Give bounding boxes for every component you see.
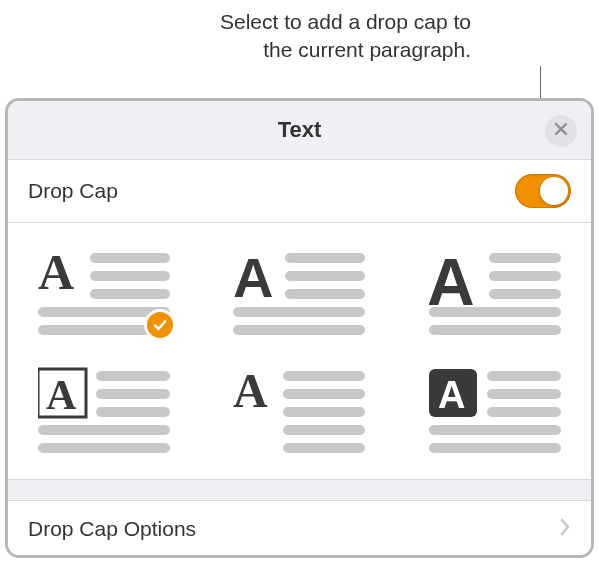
dropcap-preview-icon: A <box>233 249 365 335</box>
svg-rect-1 <box>90 253 170 263</box>
svg-rect-34 <box>487 389 561 399</box>
style-margin-serif[interactable]: A <box>226 365 374 455</box>
close-button[interactable] <box>545 115 577 147</box>
selected-checkmark-badge <box>144 309 176 341</box>
drop-cap-options-row[interactable]: Drop Cap Options <box>8 500 591 558</box>
svg-rect-2 <box>90 271 170 281</box>
dropcap-preview-icon: A <box>233 367 365 453</box>
svg-rect-23 <box>38 425 170 435</box>
svg-rect-22 <box>96 407 170 417</box>
svg-rect-35 <box>487 407 561 417</box>
svg-text:A: A <box>233 367 268 417</box>
chevron-right-icon <box>559 518 571 540</box>
toggle-knob <box>540 177 568 205</box>
dropcap-preview-icon: A <box>429 249 561 335</box>
close-icon <box>554 122 568 140</box>
annotation-callout: Select to add a drop cap to the current … <box>220 8 471 65</box>
svg-rect-10 <box>233 307 365 317</box>
text-format-panel: Text Drop Cap A <box>5 98 594 558</box>
style-boxed-serif[interactable]: A <box>30 365 178 455</box>
panel-header: Text <box>8 101 591 159</box>
svg-text:A: A <box>46 372 77 418</box>
svg-text:A: A <box>38 249 74 300</box>
svg-rect-15 <box>489 289 561 299</box>
dropcap-preview-icon: A <box>429 367 561 453</box>
svg-rect-37 <box>429 443 561 453</box>
svg-rect-26 <box>283 371 365 381</box>
panel-title: Text <box>278 117 322 143</box>
svg-rect-24 <box>38 443 170 453</box>
svg-rect-13 <box>489 253 561 263</box>
style-inverse-box[interactable]: A <box>421 365 569 455</box>
svg-text:A: A <box>233 249 273 309</box>
svg-rect-11 <box>233 325 365 335</box>
svg-rect-20 <box>96 371 170 381</box>
drop-cap-options-label: Drop Cap Options <box>28 517 196 541</box>
drop-cap-row: Drop Cap <box>8 159 591 223</box>
style-raised-bold[interactable]: A <box>226 247 374 337</box>
svg-rect-3 <box>90 289 170 299</box>
svg-rect-30 <box>283 443 365 453</box>
svg-rect-28 <box>283 407 365 417</box>
svg-rect-8 <box>285 271 365 281</box>
drop-cap-toggle[interactable] <box>515 174 571 208</box>
svg-rect-21 <box>96 389 170 399</box>
svg-rect-7 <box>285 253 365 263</box>
svg-rect-36 <box>429 425 561 435</box>
svg-rect-27 <box>283 389 365 399</box>
drop-cap-styles-grid: A A A <box>8 223 591 480</box>
svg-rect-16 <box>429 307 561 317</box>
svg-rect-17 <box>429 325 561 335</box>
dropcap-preview-icon: A <box>38 367 170 453</box>
svg-text:A: A <box>438 374 465 416</box>
svg-rect-9 <box>285 289 365 299</box>
style-raised-heavy[interactable]: A <box>421 247 569 337</box>
drop-cap-label: Drop Cap <box>28 179 118 203</box>
style-raised-serif[interactable]: A <box>30 247 178 337</box>
svg-rect-33 <box>487 371 561 381</box>
svg-rect-29 <box>283 425 365 435</box>
svg-rect-14 <box>489 271 561 281</box>
